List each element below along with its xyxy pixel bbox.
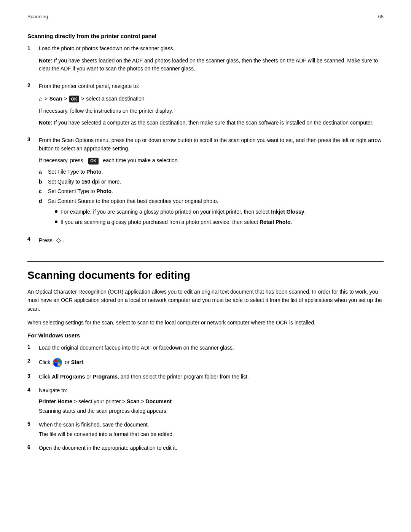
bullet-item-2: If you are scanning a glossy photo purch… bbox=[55, 218, 306, 227]
win-step-4: 4 Navigate to: Printer Home > select you… bbox=[27, 387, 384, 415]
svg-rect-2 bbox=[58, 359, 61, 362]
win-step-5: 5 When the scan is finished, save the do… bbox=[27, 421, 384, 439]
nav-select-text: select a scan destination bbox=[86, 95, 144, 103]
sub-c-content: Set Content Type to Photo. bbox=[48, 187, 113, 196]
win-step-3-bold1: All Programs bbox=[52, 374, 85, 380]
section2-heading: Scanning documents for editing bbox=[27, 269, 384, 281]
bullet-2-text: If you are scanning a glossy photo purch… bbox=[61, 218, 292, 227]
step-3-number: 3 bbox=[27, 136, 34, 142]
win-step-6-text: Open the document in the appropriate app… bbox=[39, 445, 177, 451]
sub-a-bold: Photo bbox=[86, 169, 102, 175]
win-step-6: 6 Open the document in the appropriate a… bbox=[27, 444, 384, 452]
nav-arrow-2: > bbox=[64, 95, 67, 103]
sub-a-content: Set File Type to Photo. bbox=[48, 168, 103, 176]
diamond-icon: ◇ bbox=[56, 236, 61, 245]
sub-item-c: c Set Content Type to Photo. bbox=[39, 187, 384, 196]
bullet-dot-2 bbox=[55, 220, 57, 223]
win-step-2-content: Click or Start. bbox=[39, 358, 384, 367]
step-4-period: . bbox=[63, 236, 65, 245]
step-2-number: 2 bbox=[27, 82, 34, 88]
svg-rect-3 bbox=[54, 363, 57, 366]
ok-badge-nav: OK bbox=[69, 96, 80, 102]
step-4-content: Press ◇ . bbox=[39, 236, 384, 245]
step-1: 1 Load the photo or photos facedown on t… bbox=[27, 45, 384, 77]
win-step-3-content: Click All Programs or Programs, and then… bbox=[39, 373, 384, 381]
sub-label-c: c bbox=[39, 187, 45, 196]
win-step-4-number: 4 bbox=[27, 387, 34, 393]
windows-logo-icon bbox=[53, 358, 62, 367]
win-step-6-content: Open the document in the appropriate app… bbox=[39, 444, 384, 452]
section-scanning-editing: Scanning documents for editing An Optica… bbox=[27, 269, 384, 452]
step-1-content: Load the photo or photos facedown on the… bbox=[39, 45, 384, 77]
win-step-4-nav: Printer Home > select your printer > Sca… bbox=[39, 397, 384, 406]
win-step-3-text-mid: or bbox=[85, 374, 92, 380]
sub-label-d: d bbox=[39, 197, 45, 206]
step-1-note: Note: If you have sheets loaded on the A… bbox=[39, 57, 384, 73]
step-1-note-label: Note: bbox=[39, 58, 53, 64]
win-step-6-number: 6 bbox=[27, 444, 34, 450]
svg-rect-1 bbox=[54, 359, 57, 362]
step-2-content: From the printer control panel, navigate… bbox=[39, 82, 384, 131]
step-3-if-text: If necessary, press bbox=[39, 157, 83, 163]
win-step-4-sub: Scanning starts and the scan progress di… bbox=[39, 407, 384, 415]
page: Scanning 68 Scanning directly from the p… bbox=[0, 0, 411, 532]
win-nav-sep: > bbox=[140, 398, 146, 404]
win-step-4-content: Navigate to: Printer Home > select your … bbox=[39, 387, 384, 415]
step-3-sub-list: a Set File Type to Photo. b Set Quality … bbox=[39, 168, 384, 229]
win-step-4-text: Navigate to: bbox=[39, 387, 67, 393]
win-step-5-content: When the scan is finished, save the docu… bbox=[39, 421, 384, 439]
win-step-2: 2 Click bbox=[27, 358, 384, 367]
step-3-text: From the Scan Options menu, press the up… bbox=[39, 137, 381, 152]
sub-d-text: Set Content Source to the option that be… bbox=[48, 198, 218, 204]
step-4-number: 4 bbox=[27, 236, 34, 242]
ok-badge-step3: OK bbox=[88, 158, 99, 165]
step-2-nav: ⌂ > Scan > OK > select a scan destinatio… bbox=[39, 94, 384, 104]
step-2: 2 From the printer control panel, naviga… bbox=[27, 82, 384, 131]
step-3: 3 From the Scan Options menu, press the … bbox=[27, 136, 384, 230]
win-nav-text: > select your printer > bbox=[72, 398, 127, 404]
svg-rect-4 bbox=[58, 363, 61, 366]
sub-b-bold: 150 dpi bbox=[81, 179, 100, 185]
step-3-each-time: each time you make a selection. bbox=[103, 157, 179, 163]
nav-scan-bold: Scan bbox=[49, 95, 62, 103]
windows-heading: For Windows users bbox=[27, 332, 384, 339]
step-3-content: From the Scan Options menu, press the up… bbox=[39, 136, 384, 230]
section-divider bbox=[27, 261, 384, 262]
win-step-1: 1 Load the original document faceup into… bbox=[27, 344, 384, 352]
section1-heading: Scanning directly from the printer contr… bbox=[27, 33, 384, 39]
win-step-5-text: When the scan is finished, save the docu… bbox=[39, 422, 149, 428]
step-1-text: Load the photo or photos facedown on the… bbox=[39, 45, 174, 51]
subsection-windows: For Windows users 1 Load the original do… bbox=[27, 332, 384, 452]
step-1-number: 1 bbox=[27, 45, 34, 51]
header-title: Scanning bbox=[27, 14, 48, 19]
header-page-number: 68 bbox=[378, 14, 384, 19]
win-step-2-number: 2 bbox=[27, 358, 34, 364]
nav-arrow-3: > bbox=[81, 95, 84, 103]
bullet-1-bold: Inkjet Glossy bbox=[271, 209, 304, 215]
step-2-note-label: Note: bbox=[39, 120, 53, 126]
section-scanning-direct: Scanning directly from the printer contr… bbox=[27, 33, 384, 251]
sub-item-b: b Set Quality to 150 dpi or more. bbox=[39, 178, 384, 186]
sub-item-d: d Set Content Source to the option that … bbox=[39, 197, 384, 229]
nav-arrow-1: > bbox=[45, 95, 48, 103]
sub-label-a: a bbox=[39, 168, 45, 176]
step-1-note-text: If you have sheets loaded on the ADF and… bbox=[39, 58, 378, 72]
step-3-if-necessary: If necessary, press OK each time you mak… bbox=[39, 157, 384, 165]
win-step-5-sub: The file will be converted into a format… bbox=[39, 430, 384, 439]
win-step-2-text-after: or Start. bbox=[65, 358, 84, 367]
step-2-note: Note: If you have selected a computer as… bbox=[39, 119, 384, 127]
step-2-note-text: If you have selected a computer as the s… bbox=[53, 120, 374, 126]
win-step-5-number: 5 bbox=[27, 421, 34, 427]
section2-para1: An Optical Character Recognition (OCR) a… bbox=[27, 288, 384, 313]
win-step-3-text-before: Click bbox=[39, 374, 52, 380]
win-step-3-number: 3 bbox=[27, 373, 34, 379]
win-nav-bold1: Printer Home bbox=[39, 398, 72, 404]
bullet-dot-1 bbox=[55, 210, 57, 213]
sub-d-content: Set Content Source to the option that be… bbox=[48, 197, 306, 229]
win-step-1-text: Load the original document faceup into t… bbox=[39, 345, 234, 351]
win-step-1-number: 1 bbox=[27, 344, 34, 350]
sub-item-a: a Set File Type to Photo. bbox=[39, 168, 384, 176]
step-4-press-text: Press bbox=[39, 236, 53, 245]
step-4: 4 Press ◇ . bbox=[27, 236, 384, 251]
svg-point-0 bbox=[53, 358, 62, 367]
